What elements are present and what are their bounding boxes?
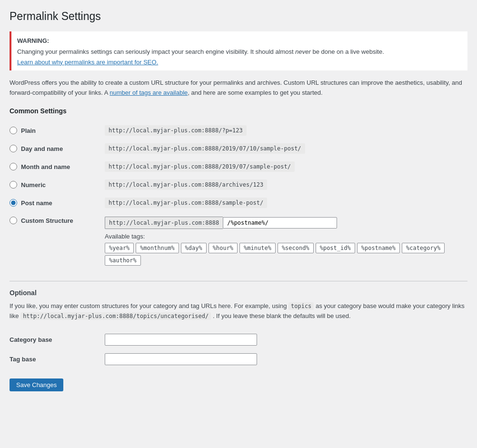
section-divider xyxy=(10,281,467,281)
optional-fields-table: Category base Tag base xyxy=(10,330,467,369)
radio-day-and-name[interactable] xyxy=(10,145,17,152)
custom-structure-input[interactable] xyxy=(223,217,337,229)
intro-description: WordPress offers you the ability to crea… xyxy=(10,78,467,98)
url-example-plain: http://local.myjar-plus.com:8888/?p=123 xyxy=(105,125,247,136)
category-base-input[interactable] xyxy=(105,334,257,346)
example-url-code: http://local.myjar-plus.com:8888/topics/… xyxy=(20,312,211,320)
tag-btn-year[interactable]: %year% xyxy=(105,243,134,253)
url-example-numeric: http://local.myjar-plus.com:8888/archive… xyxy=(105,179,267,190)
radio-post-name[interactable] xyxy=(10,199,17,207)
radio-text-post-name: Post name xyxy=(21,199,52,207)
radio-row-post-name: Post name http://local.myjar-plus.com:88… xyxy=(10,194,467,212)
tags-container: %year%%monthnum%%day%%hour%%minute%%seco… xyxy=(105,243,467,266)
radio-numeric[interactable] xyxy=(10,181,17,189)
optional-section: Optional If you like, you may enter cust… xyxy=(10,289,467,369)
radio-month-and-name[interactable] xyxy=(10,163,17,170)
common-settings-table: Plain http://local.myjar-plus.com:8888/?… xyxy=(10,121,467,269)
tag-btn-postname[interactable]: %postname% xyxy=(357,243,400,253)
optional-field-row-category-base: Category base xyxy=(10,330,467,349)
tags-link[interactable]: number of tags are available xyxy=(109,89,188,96)
tag-btn-day[interactable]: %day% xyxy=(181,243,207,253)
save-changes-button[interactable]: Save Changes xyxy=(10,378,63,391)
url-example-post-name: http://local.myjar-plus.com:8888/sample-… xyxy=(105,198,267,208)
url-example-month-and-name: http://local.myjar-plus.com:8888/2019/07… xyxy=(105,161,295,172)
warning-link[interactable]: Learn about why permalinks are important… xyxy=(17,59,158,66)
custom-structure-input-group: http://local.myjar-plus.com:8888 xyxy=(105,217,467,229)
custom-structure-base: http://local.myjar-plus.com:8888 xyxy=(105,217,223,229)
tag-btn-hour[interactable]: %hour% xyxy=(209,243,238,253)
optional-description: If you like, you may enter custom struct… xyxy=(10,301,467,321)
tag-btn-monthnum[interactable]: %monthnum% xyxy=(136,243,179,253)
radio-row-plain: Plain http://local.myjar-plus.com:8888/?… xyxy=(10,121,467,139)
custom-structure-row: Custom Structure http://local.myjar-plus… xyxy=(10,212,467,269)
warning-message: Changing your permalinks settings can se… xyxy=(17,47,462,57)
tag-btn-post_id[interactable]: %post_id% xyxy=(316,243,355,253)
tag-btn-category[interactable]: %category% xyxy=(402,243,445,253)
optional-title: Optional xyxy=(10,289,467,297)
radio-text-custom-structure: Custom Structure xyxy=(21,217,73,224)
warning-box: WARNING: Changing your permalinks settin… xyxy=(10,31,467,70)
radio-custom-structure[interactable] xyxy=(10,217,17,224)
radio-label-plain[interactable]: Plain xyxy=(10,127,95,134)
radio-text-day-and-name: Day and name xyxy=(21,145,63,152)
radio-label-day-and-name[interactable]: Day and name xyxy=(10,145,95,152)
topics-code: topics xyxy=(288,302,314,310)
radio-text-numeric: Numeric xyxy=(21,181,46,189)
radio-row-numeric: Numeric http://local.myjar-plus.com:8888… xyxy=(10,176,467,194)
radio-row-month-and-name: Month and name http://local.myjar-plus.c… xyxy=(10,158,467,176)
radio-label-numeric[interactable]: Numeric xyxy=(10,181,95,189)
radio-plain[interactable] xyxy=(10,127,17,134)
optional-field-row-tag-base: Tag base xyxy=(10,349,467,369)
tag-btn-second[interactable]: %second% xyxy=(278,243,314,253)
url-example-day-and-name: http://local.myjar-plus.com:8888/2019/07… xyxy=(105,143,305,154)
radio-label-post-name[interactable]: Post name xyxy=(10,199,95,207)
optional-field-label-tag-base: Tag base xyxy=(10,349,105,369)
tag-base-input[interactable] xyxy=(105,353,257,365)
tag-btn-author[interactable]: %author% xyxy=(105,255,141,266)
page-title: Permalink Settings xyxy=(10,10,467,24)
common-settings-title: Common Settings xyxy=(10,107,467,115)
radio-row-day-and-name: Day and name http://local.myjar-plus.com… xyxy=(10,139,467,158)
radio-text-plain: Plain xyxy=(21,127,36,134)
radio-label-month-and-name[interactable]: Month and name xyxy=(10,163,95,170)
tag-btn-minute[interactable]: %minute% xyxy=(239,243,276,253)
available-tags-label: Available tags: xyxy=(105,233,467,240)
warning-title: WARNING: xyxy=(17,36,462,46)
optional-field-label-category-base: Category base xyxy=(10,330,105,349)
radio-text-month-and-name: Month and name xyxy=(21,163,70,170)
radio-label-custom-structure[interactable]: Custom Structure xyxy=(10,217,95,224)
